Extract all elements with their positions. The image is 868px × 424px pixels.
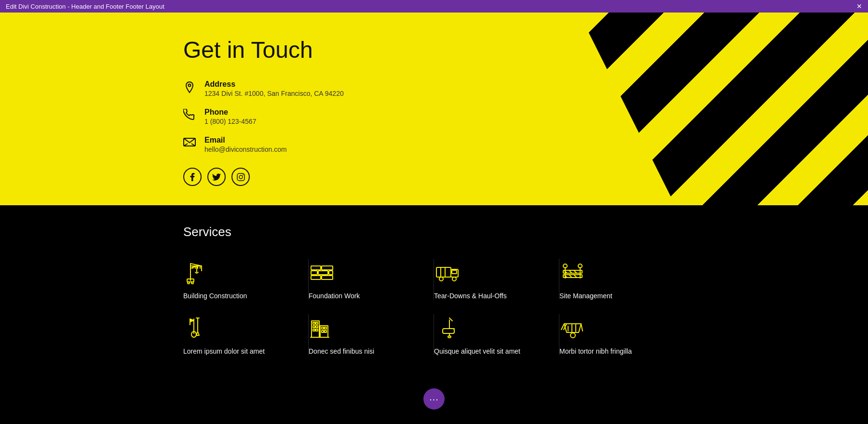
svg-marker-71 [564, 324, 581, 332]
building-icon [309, 314, 335, 341]
phone-icon [183, 109, 197, 123]
phone-item: Phone 1 (800) 123-4567 [183, 108, 344, 125]
address-value: 1234 Divi St. #1000, San Francisco, CA 9… [204, 90, 344, 97]
svg-rect-60 [322, 327, 324, 329]
barrier-icon [559, 259, 586, 285]
svg-point-29 [452, 277, 456, 281]
svg-point-13 [191, 282, 193, 284]
svg-rect-57 [316, 326, 318, 328]
crane-icon [183, 259, 210, 285]
phone-label: Phone [204, 108, 256, 117]
svg-rect-63 [325, 331, 326, 332]
service-quisque: Quisque aliquet velit sit amet [434, 314, 559, 355]
email-label: Email [204, 136, 287, 145]
svg-rect-61 [325, 327, 326, 329]
svg-rect-2 [237, 173, 244, 181]
svg-rect-62 [322, 331, 324, 332]
service-teardowns-label: Tear-Downs & Haul-Offs [434, 292, 507, 300]
fab-label: ··· [429, 394, 439, 405]
svg-rect-18 [311, 266, 321, 270]
svg-rect-20 [311, 271, 317, 275]
service-donec: Donec sed finibus nisi [309, 314, 434, 355]
service-lorem-label: Lorem ipsum dolor sit amet [183, 347, 265, 355]
top-section: Get in Touch Address 1234 Divi St. #1000… [0, 13, 868, 205]
diagonal-mask [434, 13, 675, 205]
svg-rect-55 [316, 322, 318, 324]
svg-rect-27 [452, 270, 457, 274]
address-item: Address 1234 Divi St. #1000, San Francis… [183, 80, 344, 97]
diagonal-stripes-bg [434, 13, 868, 205]
svg-point-0 [189, 84, 191, 87]
svg-rect-54 [313, 322, 315, 324]
svg-rect-59 [316, 329, 318, 331]
svg-rect-58 [313, 329, 315, 331]
svg-point-72 [570, 333, 575, 338]
bricks-icon [309, 259, 335, 285]
svg-point-4 [243, 174, 244, 175]
social-icons [183, 168, 344, 186]
email-item: Email hello@diviconstruction.com [183, 136, 344, 153]
address-icon [183, 81, 197, 96]
service-site-management-label: Site Management [559, 292, 612, 300]
service-morbi: Morbi tortor nibh fringilla [559, 314, 685, 355]
svg-marker-51 [190, 319, 194, 322]
svg-rect-67 [443, 329, 454, 333]
svg-point-3 [239, 175, 243, 179]
svg-point-28 [439, 277, 443, 281]
svg-line-75 [581, 324, 583, 331]
facebook-button[interactable] [183, 168, 202, 186]
twitter-button[interactable] [207, 168, 226, 186]
email-value: hello@diviconstruction.com [204, 146, 287, 153]
service-site-management: Site Management [559, 259, 685, 300]
service-quisque-label: Quisque aliquet velit sit amet [434, 347, 520, 355]
svg-rect-22 [329, 271, 333, 275]
phone-value: 1 (800) 123-4567 [204, 118, 256, 125]
email-text: Email hello@diviconstruction.com [204, 136, 287, 153]
contact-content: Get in Touch Address 1234 Divi St. #1000… [183, 37, 344, 186]
title-bar-text: Edit Divi Construction - Header and Foot… [6, 3, 164, 10]
svg-marker-48 [196, 331, 199, 335]
svg-rect-19 [322, 266, 333, 270]
machine-icon [559, 314, 586, 341]
svg-point-12 [188, 282, 190, 284]
svg-rect-23 [311, 276, 321, 279]
service-teardowns: Tear-Downs & Haul-Offs [434, 259, 559, 300]
service-morbi-label: Morbi tortor nibh fringilla [559, 347, 632, 355]
service-building-construction-label: Building Construction [183, 292, 247, 300]
service-lorem: Lorem ipsum dolor sit amet [183, 314, 309, 355]
phone-text: Phone 1 (800) 123-4567 [204, 108, 256, 125]
services-heading: Services [183, 225, 685, 239]
service-donec-label: Donec sed finibus nisi [309, 347, 374, 355]
email-icon [183, 137, 197, 150]
tools-icon [183, 314, 210, 341]
service-foundation-work-label: Foundation Work [309, 292, 360, 300]
get-in-touch-heading: Get in Touch [183, 37, 344, 63]
services-grid: Building Construction Foundation Work [183, 259, 685, 355]
svg-rect-56 [313, 326, 315, 328]
service-building-construction: Building Construction [183, 259, 309, 300]
fab-button[interactable]: ··· [423, 388, 445, 410]
address-label: Address [204, 80, 344, 89]
truck-icon [434, 259, 461, 285]
service-foundation-work: Foundation Work [309, 259, 434, 300]
svg-rect-24 [322, 276, 333, 279]
svg-rect-25 [436, 267, 451, 277]
instagram-button[interactable] [231, 168, 250, 186]
close-icon[interactable]: ✕ [856, 2, 862, 10]
address-text: Address 1234 Divi St. #1000, San Francis… [204, 80, 344, 97]
roller-icon [434, 314, 461, 341]
title-bar: Edit Divi Construction - Header and Foot… [0, 0, 868, 13]
svg-rect-21 [318, 271, 328, 275]
